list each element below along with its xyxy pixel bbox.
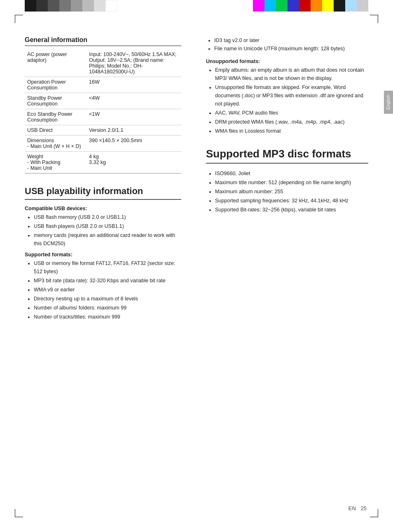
right-column: ID3 tag v2.0 or laterFile name in Unicod… [198,36,368,473]
list-item: WMA files in Lossless format [215,127,368,135]
side-tab-english: English [384,91,393,114]
table-row: AC power (power adaptor)Input: 100-240V~… [25,49,181,77]
compatible-list: USB flash memory (USB 2.0 or USB1.1)USB … [25,213,181,248]
list-item: memory cards (requires an additional car… [34,231,181,248]
supported-label: Supported formats: [25,252,181,258]
list-item: Supported sampling frequencies: 32 kHz, … [215,197,368,205]
list-item: Maximum title number: 512 (depending on … [215,178,368,187]
list-item: ID3 tag v2.0 or later [214,36,368,45]
list-item: USB or memory file format FAT12, FAT16, … [34,259,181,276]
list-item: Empty albums: an empty album is an album… [215,66,368,82]
footer-lang: EN [349,505,356,511]
list-item: MP3 bit rate (data rate): 32-320 Kbps an… [34,277,181,285]
corner-mark-tr [370,15,378,23]
list-item: Number of albums/ folders: maximum 99 [34,304,181,312]
list-item: Number of tracks/titles: maximum 999 [34,313,181,321]
main-content: General information AC power (power adap… [0,12,393,498]
left-column: General information AC power (power adap… [25,36,181,473]
list-item: File name in Unicode UTF8 (maximum lengt… [214,45,368,53]
footer-page: 25 [361,505,367,511]
color-bar-left [25,0,117,12]
unsupported-label: Unsupported formats: [206,59,368,64]
mp3-section-title: Supported MP3 disc formats [206,148,368,164]
list-item: ISO9660, Joliet [215,169,368,178]
general-info-title: General information [25,36,181,46]
table-row: Operation Power Consumption16W [25,77,181,93]
list-item: DRM protected WMA files (.wav, .m4a, .m4… [215,118,368,126]
corner-mark-tl [15,15,23,23]
general-info-table: AC power (power adaptor)Input: 100-240V~… [25,49,181,173]
list-item: Directory nesting up to a maximum of 8 l… [34,295,181,303]
table-row: Weight - With Packing - Main Unit4 kg3.3… [25,152,181,173]
corner-mark-br [370,509,378,517]
list-item: WMA v9 or earlier [34,286,181,294]
color-bar-right [253,0,368,12]
mp3-list: ISO9660, JolietMaximum title number: 512… [206,169,368,214]
list-item: USB flash players (USB 2.0 or USB1.1) [34,222,181,230]
list-item: Unsupported file formats are skipped. Fo… [215,83,368,108]
list-item: AAC, WAV, PCM audio files [215,109,368,117]
table-row: Dimensions - Main Unit (W × H × D)390 ×1… [25,136,181,152]
usb-section-title: USB playability information [25,186,181,200]
table-row: Eco Standby Power Consumption<1W [25,109,181,125]
table-row: Standby Power Consumption<4W [25,93,181,109]
page-footer: EN 25 [347,505,368,511]
color-bar-top [0,0,393,12]
compatible-label: Compatible USB devices: [25,206,181,211]
table-row: USB DirectVersion 2.0/1.1 [25,125,181,136]
unsupported-list: Empty albums: an empty album is an album… [206,66,368,135]
supported-list: USB or memory file format FAT12, FAT16, … [25,259,181,321]
list-item: Maximum album number: 255 [215,187,368,196]
list-item: USB flash memory (USB 2.0 or USB1.1) [34,213,181,221]
corner-mark-bl [15,509,23,517]
list-item: Supported Bit-rates: 32~256 (kbps), vari… [215,206,368,214]
top-bullets-list: ID3 tag v2.0 or laterFile name in Unicod… [206,36,368,53]
